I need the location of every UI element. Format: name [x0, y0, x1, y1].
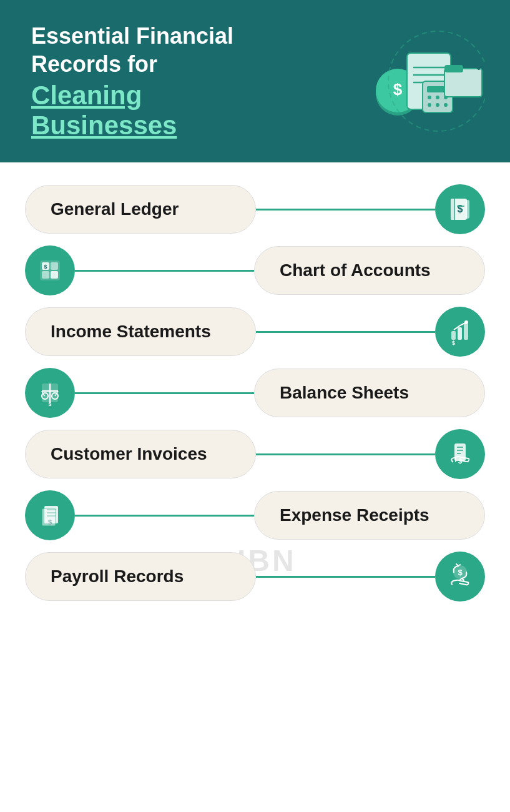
header-text-block: Essential Financial Records for Cleaning… [31, 22, 293, 141]
svg-point-14 [444, 103, 448, 107]
pill-balance-sheets: Balance Sheets [254, 369, 485, 417]
connector-2 [75, 270, 254, 272]
svg-rect-15 [444, 69, 482, 97]
svg-rect-28 [51, 262, 58, 270]
svg-rect-21 [451, 199, 454, 220]
connector-7 [256, 576, 435, 578]
svg-text:$: $ [458, 568, 463, 577]
label-chart-of-accounts: Chart of Accounts [280, 260, 431, 280]
svg-rect-33 [458, 327, 462, 340]
title-line2: Records for [31, 51, 157, 77]
header-illustration: $ [348, 19, 485, 144]
pill-payroll-records: Payroll Records [25, 552, 256, 601]
svg-rect-53 [42, 508, 56, 526]
svg-text:$: $ [393, 80, 403, 99]
pill-chart-of-accounts: Chart of Accounts [254, 246, 485, 295]
svg-rect-30 [51, 271, 58, 279]
svg-rect-16 [444, 65, 463, 72]
icon-income-statements: $ [435, 307, 485, 357]
svg-text:$: $ [458, 204, 463, 214]
icon-customer-invoices: $ [435, 429, 485, 479]
label-customer-invoices: Customer Invoices [51, 444, 207, 464]
label-payroll-records: Payroll Records [51, 567, 184, 587]
row-expense-receipts: $ Expense Receipts [25, 487, 485, 543]
pill-customer-invoices: Customer Invoices [25, 430, 256, 478]
header-section: Essential Financial Records for Cleaning… [0, 0, 510, 162]
row-income-statements: Income Statements $ [25, 304, 485, 360]
icon-general-ledger: $ [435, 184, 485, 234]
title-line1: Essential Financial [31, 23, 233, 49]
svg-rect-32 [451, 331, 456, 340]
row-chart-of-accounts: $ Chart of Accounts [25, 242, 485, 299]
svg-rect-29 [42, 271, 49, 279]
pill-income-statements: Income Statements [25, 307, 256, 356]
icon-expense-receipts: $ [25, 490, 75, 540]
row-balance-sheets: $ Balance Sheets [25, 365, 485, 421]
svg-text:$: $ [48, 401, 51, 407]
row-general-ledger: General Ledger $ [25, 181, 485, 237]
svg-rect-25 [466, 200, 469, 219]
svg-point-12 [428, 103, 431, 107]
connector-1 [256, 209, 435, 210]
pill-expense-receipts: Expense Receipts [254, 491, 485, 540]
connector-4 [75, 392, 254, 394]
connector-3 [256, 331, 435, 333]
row-payroll-records: Payroll Records $ [25, 548, 485, 605]
svg-point-13 [436, 103, 439, 107]
label-general-ledger: General Ledger [51, 199, 179, 219]
label-balance-sheets: Balance Sheets [280, 383, 409, 403]
main-content: General Ledger $ [0, 162, 510, 628]
icon-balance-sheets: $ [25, 368, 75, 418]
label-income-statements: Income Statements [51, 322, 211, 342]
icon-payroll-records: $ [435, 552, 485, 602]
connector-5 [256, 453, 435, 455]
header-title-accent: Cleaning Businesses [31, 81, 293, 141]
svg-point-10 [436, 96, 439, 99]
pill-general-ledger: General Ledger [25, 185, 256, 234]
svg-text:$: $ [452, 340, 455, 346]
row-customer-invoices: Customer Invoices $ [25, 426, 485, 482]
svg-point-35 [464, 320, 468, 324]
svg-rect-34 [464, 324, 468, 340]
header-title-main: Essential Financial Records for [31, 23, 233, 77]
svg-point-9 [428, 96, 431, 99]
icon-chart-of-accounts: $ [25, 245, 75, 295]
svg-text:$: $ [44, 264, 47, 270]
connector-6 [75, 515, 254, 517]
label-expense-receipts: Expense Receipts [280, 505, 429, 525]
